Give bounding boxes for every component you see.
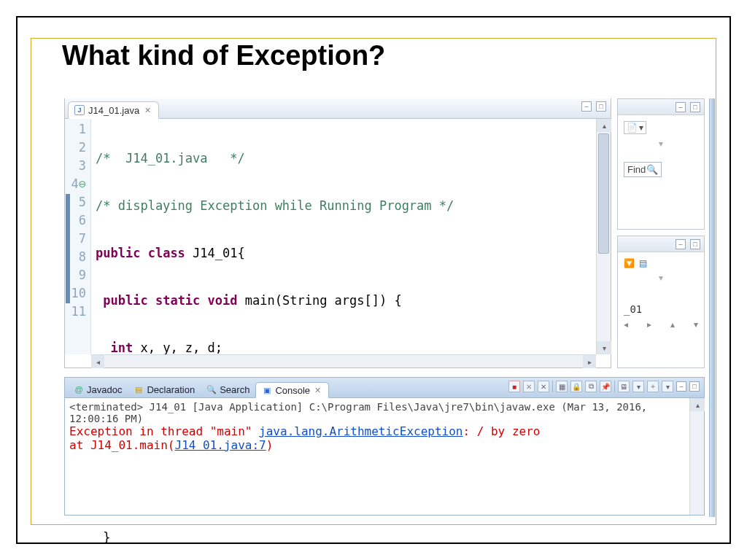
sidepanel-header: – □ [618,236,704,252]
scroll-right-icon[interactable]: ▸ [583,355,596,368]
scroll-down-icon[interactable]: ▾ [694,319,698,330]
slide-title: What kind of Exception? [62,40,390,71]
console-header: <terminated> J14_01 [Java Application] C… [69,401,700,424]
scroll-left-icon[interactable]: ◂ [624,319,628,330]
tab-console[interactable]: ▣Console ✕ [255,382,329,398]
chevron-down-icon[interactable]: ▾ [659,273,663,283]
change-marker [66,194,70,303]
scroll-right-icon[interactable]: ▸ [647,319,651,330]
close-icon[interactable]: ✕ [143,106,152,115]
scroll-up-icon[interactable]: ▴ [597,119,611,132]
scroll-up-icon[interactable]: ▴ [690,398,705,411]
minimize-icon[interactable]: – [676,102,686,112]
scroll-lock-icon[interactable]: 🔒 [570,381,582,392]
scroll-left-icon[interactable]: ◂ [91,355,104,368]
search-icon: 🔍 [206,384,217,394]
sort-icon[interactable]: 🔽 [624,258,635,268]
editor-tab-label: J14_01.java [88,105,139,116]
line-number: 1 [65,120,90,139]
code-area[interactable]: /* J14_01.java */ /* displaying Exceptio… [96,119,595,354]
editor-panel: J J14_01.java ✕ – □ 1 2 3 4⊖ 5 6 7 8 9 1… [64,98,611,368]
editor-vscrollbar[interactable]: ▴ ▾ [596,119,611,354]
new-console-dropdown[interactable]: ＋ [647,381,659,392]
search-icon: 🔍 [646,164,658,175]
at-icon: @ [74,384,84,394]
find-field[interactable]: Find 🔍 [624,162,662,177]
editor-tab-active[interactable]: J J14_01.java ✕ [68,101,159,119]
maximize-icon[interactable]: □ [689,381,700,392]
maximize-icon[interactable]: □ [690,102,700,112]
stop-icon[interactable]: ■ [508,381,520,392]
bottom-tabbar: @Javadoc ▤Declaration 🔍Search ▣Console ✕… [65,378,704,398]
filter-icon[interactable]: ▤ [639,258,647,268]
open-console-dropdown[interactable]: ▾ [632,381,644,392]
minimize-icon[interactable]: – [581,101,592,112]
line-number: 11 [65,303,90,321]
exception-class-link[interactable]: java.lang.ArithmeticException [259,424,462,438]
display-selected-icon[interactable]: 🖥 [618,381,630,392]
maximize-icon[interactable]: □ [596,101,606,112]
tab-search[interactable]: 🔍Search [201,381,255,397]
doc-icon: ▤ [133,384,144,394]
toolbar-dropdown[interactable]: 📄▾ [624,121,646,134]
line-number: 4⊖ [65,175,90,193]
toggle-icon[interactable]: ⧉ [585,381,597,392]
minimize-icon[interactable]: – [676,381,686,392]
ide-window: J J14_01.java ✕ – □ 1 2 3 4⊖ 5 6 7 8 9 1… [64,98,715,517]
remove-all-icon[interactable]: ✕ [538,381,549,392]
console-output[interactable]: <terminated> J14_01 [Java Application] C… [65,398,704,515]
chevron-down-icon[interactable]: ▾ [659,139,663,149]
exception-line-2: at J14_01.main(J14 01.java:7) [69,438,700,452]
sidepanel-header: – □ [618,99,704,115]
scroll-down-icon[interactable]: ▾ [597,341,611,354]
minimize-icon[interactable]: – [676,239,686,249]
clear-icon[interactable]: ▦ [556,381,568,392]
scroll-thumb[interactable] [598,133,609,254]
outline-item[interactable]: _01 [624,303,698,315]
side-panel-top: – □ 📄▾ ▾ Find 🔍 [617,98,705,230]
editor-window-controls: – □ [581,101,606,112]
scroll-up-icon[interactable]: ▴ [670,319,675,330]
stack-trace-link[interactable]: J14 01.java:7 [175,438,266,452]
line-number: 3 [65,157,90,175]
console-icon: ▣ [262,385,272,395]
side-panel-outline: – □ 🔽 ▤ ▾ _01 ◂ ▸ ▴ ▾ [617,236,705,368]
remove-launch-icon[interactable]: ✕ [523,381,535,392]
editor-tabbar: J J14_01.java ✕ – □ [65,98,611,119]
editor-hscrollbar[interactable]: ◂ ▸ [91,354,596,368]
exception-line-1: Exception in thread "main" java.lang.Ari… [69,424,700,438]
line-number: 2 [65,139,90,157]
console-toolbar: ■ ✕ ✕ ▦ 🔒 ⧉ 📌 🖥 ▾ ＋ ▾ – □ [508,381,700,392]
console-vscrollbar[interactable]: ▴ [689,398,704,515]
vertical-splitter[interactable] [709,98,715,517]
tab-javadoc[interactable]: @Javadoc [68,381,128,397]
close-icon[interactable]: ✕ [313,386,322,395]
menu-dropdown[interactable]: ▾ [662,381,673,392]
bottom-panel: @Javadoc ▤Declaration 🔍Search ▣Console ✕… [64,377,705,516]
tab-declaration[interactable]: ▤Declaration [128,381,201,397]
maximize-icon[interactable]: □ [690,239,700,249]
pin-icon[interactable]: 📌 [600,381,611,392]
line-gutter: 1 2 3 4⊖ 5 6 7 8 9 10 11 [65,119,91,354]
java-file-icon: J [74,105,85,115]
